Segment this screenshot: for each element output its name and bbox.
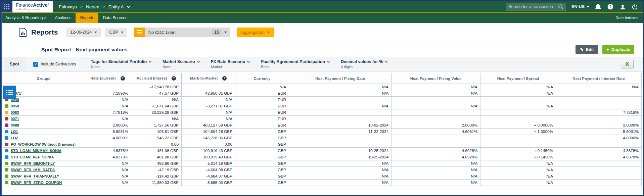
breadcrumb-item-entity-a[interactable]: Entity A bbox=[108, 4, 124, 9]
duplicate-button[interactable]: + Duplicate bbox=[602, 45, 634, 54]
value-cell: N/A bbox=[131, 116, 182, 122]
aggregation-button[interactable]: Aggregation bbox=[237, 28, 274, 37]
group-link[interactable]: SWAP_RFR_BIMONTHLY bbox=[11, 161, 55, 165]
column-header-currency[interactable]: Currency bbox=[235, 73, 289, 84]
filter-decimal-values[interactable]: Decimal values for % 4 digits bbox=[341, 59, 387, 69]
value-cell: N/A bbox=[556, 84, 642, 90]
column-header-next-payment-fixing-value[interactable]: Next Payment / Fixing Value bbox=[392, 73, 480, 84]
column-header-next-payment-fixing-date[interactable]: Next Payment / Fixing Date bbox=[289, 73, 392, 84]
breadcrumb-item-fairways[interactable]: Fairways bbox=[59, 4, 77, 9]
left-accent-bar bbox=[1, 12, 2, 195]
group-link[interactable]: SWAP_RFR_ZERO_COUPON bbox=[11, 181, 62, 185]
group-link[interactable]: SWAP_RFR_TRIANNUALLY bbox=[11, 174, 59, 178]
value-cell: 4.8378% bbox=[84, 154, 131, 160]
column-header-groups[interactable]: Groups bbox=[3, 73, 84, 84]
apps-grid-icon[interactable] bbox=[1, 1, 12, 12]
value-cell: 546.22 GBP bbox=[131, 135, 182, 141]
group-link[interactable]: 0058 bbox=[11, 104, 19, 108]
include-derivatives-checkbox[interactable]: ✓ Include Derivatives bbox=[33, 62, 76, 67]
value-cell: 2.0000% bbox=[392, 122, 480, 129]
power-icon[interactable] bbox=[632, 4, 638, 10]
column-header-rate-current[interactable]: Rate (current)? bbox=[84, 73, 131, 84]
info-icon[interactable]: ? bbox=[172, 76, 176, 81]
currency-selector[interactable]: GBP bbox=[105, 28, 127, 37]
value-cell: 10-02-2024 bbox=[289, 122, 392, 129]
filter-facility-agreement-participation[interactable]: Facility Agreement Participation Both bbox=[261, 59, 329, 69]
chevron-down-icon[interactable] bbox=[127, 4, 130, 8]
group-link[interactable]: STD_LOAN_MINMAX_SONIA bbox=[11, 149, 61, 153]
tab-spot[interactable]: Spot bbox=[4, 57, 25, 71]
value-cell bbox=[556, 180, 642, 186]
value-cell: -42,950.81 GBP bbox=[182, 90, 235, 97]
value-cell: -7.7818% bbox=[84, 109, 131, 116]
bell-icon[interactable] bbox=[595, 4, 601, 10]
info-icon[interactable]: ? bbox=[222, 76, 227, 81]
group-link[interactable]: 0088 bbox=[11, 123, 19, 127]
table-header-row: GroupsRate (current)?Accrued Interest?Ma… bbox=[3, 73, 642, 84]
group-link[interactable]: STD_LOAN_REF_SONIA bbox=[11, 155, 54, 159]
edit-button[interactable]: ✎ Edit bbox=[576, 45, 599, 54]
filter-tags-simulated-portfolio[interactable]: Tags for Simulated Portfolio None bbox=[91, 59, 151, 69]
group-link[interactable]: SWAP_RFR_IMM_DATES bbox=[11, 168, 55, 172]
value-cell: + 0.0000% bbox=[480, 122, 556, 129]
group-link[interactable]: PO_WORKFLOW (Without Drawings) bbox=[11, 142, 76, 146]
filter-fx-rate-scenario[interactable]: FX Rate Scenario Market bbox=[211, 59, 250, 69]
group-color-marker bbox=[5, 149, 8, 152]
help-icon[interactable]: ? bbox=[607, 4, 613, 10]
value-cell: + 1.0000% bbox=[480, 129, 556, 135]
portfolio-select[interactable]: No CDC Loan 15 bbox=[145, 28, 230, 37]
info-icon[interactable]: ? bbox=[121, 76, 125, 81]
excel-export-button[interactable]: X bbox=[621, 60, 634, 68]
language-selector[interactable]: EN-US bbox=[571, 4, 589, 9]
value-cell: N/A bbox=[131, 97, 182, 103]
column-header-mark-to-market[interactable]: Mark-to-Market? bbox=[182, 73, 235, 84]
value-cell: 11-22-2024 bbox=[289, 129, 392, 135]
value-cell: 0.00 bbox=[182, 141, 235, 148]
report-list-button[interactable] bbox=[3, 86, 16, 99]
portfolio-menu-icon[interactable] bbox=[134, 28, 145, 37]
breadcrumb-item-neoen[interactable]: Neoen bbox=[86, 4, 99, 9]
column-header-next-payment-spread[interactable]: Next Payment / Spread bbox=[480, 73, 556, 84]
value-cell bbox=[289, 135, 392, 141]
value-cell: 1,727.56 GBP bbox=[131, 122, 182, 129]
value-cell: N/A bbox=[182, 109, 235, 116]
group-link[interactable]: LO1 bbox=[11, 130, 18, 134]
finance-active-logo[interactable]: FinanceActive/ an Altus Group company bbox=[12, 1, 53, 12]
search-input[interactable]: Search for a transaction bbox=[506, 3, 566, 11]
group-link[interactable]: 0063 bbox=[11, 110, 19, 114]
value-cell bbox=[392, 135, 480, 141]
value-cell: N/A bbox=[392, 90, 480, 97]
column-header-accrued-interest[interactable]: Accrued Interest? bbox=[131, 73, 182, 84]
value-cell: -30,329.28 GBP bbox=[131, 109, 182, 116]
table-row: 0071N/AN/AN/AEUR bbox=[3, 116, 642, 122]
nav-item-analyses[interactable]: Analyses bbox=[51, 13, 76, 23]
logo-tagline: an Altus Group company bbox=[16, 8, 51, 10]
group-cell: 0058 bbox=[3, 103, 84, 109]
value-cell: N/A bbox=[182, 116, 235, 122]
nav-item-reports[interactable]: Reports bbox=[76, 13, 98, 23]
group-link[interactable]: LO2 bbox=[11, 136, 18, 140]
value-cell bbox=[556, 116, 642, 122]
nav-item-analysis-reporting[interactable]: Analysis & Reporting > bbox=[1, 13, 51, 23]
group-cell: STD_LOAN_REF_SONIA bbox=[3, 154, 84, 160]
value-cell: -4,604.08 GBP bbox=[182, 167, 235, 173]
value-cell bbox=[392, 116, 480, 122]
filter-market-scenario[interactable]: Market Scenario None bbox=[163, 59, 199, 69]
value-cell: -4,684.87 GBP bbox=[182, 173, 235, 180]
checkbox-checked-icon: ✓ bbox=[33, 62, 38, 67]
value-cell bbox=[84, 141, 131, 148]
date-picker[interactable]: 12-06-2024 bbox=[66, 28, 101, 37]
value-cell: N/A bbox=[392, 180, 480, 186]
nav-item-data-sources[interactable]: Data Sources bbox=[98, 13, 132, 23]
excel-icon: X bbox=[625, 61, 629, 67]
column-header-next-payment-interest-rate[interactable]: Next Payment / Interest Rate bbox=[556, 73, 642, 84]
value-cell: 11,380.03 GBP bbox=[131, 180, 182, 186]
breadcrumb-separator: > bbox=[103, 4, 105, 9]
chevron-down-icon bbox=[149, 60, 151, 63]
value-cell bbox=[392, 97, 480, 103]
user-icon[interactable] bbox=[620, 4, 626, 10]
rate-indexes-link[interactable]: Rate Indexes bbox=[615, 13, 643, 23]
group-link[interactable]: 0071 bbox=[11, 117, 19, 121]
table-row: SWAP_RFR_BIMONTHLYN/A-458.86 GBP-5,014.1… bbox=[3, 160, 642, 167]
value-cell: 10-25-2024 bbox=[289, 154, 392, 160]
